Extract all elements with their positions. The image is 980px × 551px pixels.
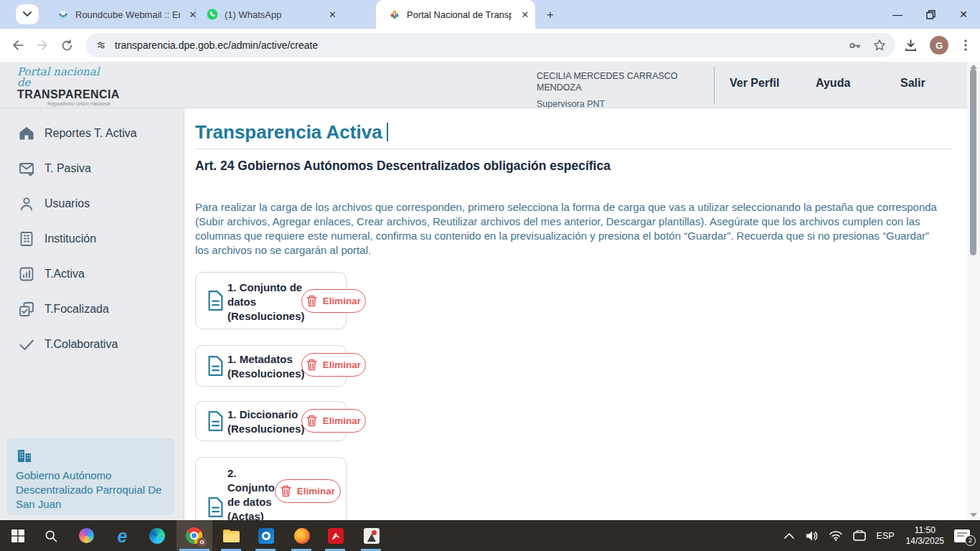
back-icon <box>11 38 25 52</box>
back-button[interactable] <box>6 33 30 57</box>
eliminar-button[interactable]: Eliminar <box>301 353 366 377</box>
tab-whatsapp[interactable]: (1) WhatsApp ✕ <box>207 0 359 29</box>
user-role: Supervisora PNT <box>537 99 712 109</box>
file-card-label: 2. Conjunto de datos (Actas) <box>227 466 282 524</box>
sidebar-item-label: T.Focalizada <box>44 303 109 316</box>
tray-chevron-up-icon[interactable] <box>784 532 794 539</box>
edge-icon[interactable] <box>148 527 166 545</box>
outlook-icon[interactable] <box>257 527 275 545</box>
tab-roundcube[interactable]: Roundcube Webmail :: Entrada ✕ <box>57 0 198 29</box>
mail-check-icon <box>18 160 35 177</box>
wireless-display-icon[interactable] <box>852 530 867 542</box>
reload-button[interactable] <box>55 33 79 57</box>
sidebar-item-label: Usuarios <box>44 197 90 210</box>
java-app-icon[interactable] <box>362 527 380 545</box>
tab-close-icon[interactable]: ✕ <box>187 8 198 21</box>
sidebar-item-institucion[interactable]: Institución <box>0 225 184 253</box>
downloads-icon[interactable] <box>903 38 918 53</box>
sidebar-item-t-activa[interactable]: T.Activa <box>0 260 184 288</box>
system-tray: ESP 11:50 14/3/2025 2 <box>784 520 980 551</box>
desktop-screen: Roundcube Webmail :: Entrada ✕ (1) Whats… <box>0 0 980 551</box>
reload-icon <box>60 39 74 52</box>
address-bar[interactable]: transparencia.dpe.gob.ec/admin/active/cr… <box>86 33 895 57</box>
whatsapp-icon <box>207 9 218 20</box>
search-icon <box>44 529 58 543</box>
sidebar-item-t-focalizada[interactable]: T.Focalizada <box>0 295 184 324</box>
eliminar-label: Eliminar <box>297 486 335 496</box>
file-explorer-icon[interactable] <box>222 527 240 545</box>
acrobat-glyph <box>328 528 344 544</box>
sidebar-item-t-pasiva[interactable]: T. Pasiva <box>0 154 184 183</box>
trash-icon <box>306 295 317 307</box>
url-text[interactable]: transparencia.dpe.gob.ec/admin/active/cr… <box>115 39 842 51</box>
start-button[interactable] <box>9 527 27 545</box>
scroll-down-icon[interactable] <box>970 513 977 517</box>
acrobat-icon[interactable] <box>326 527 344 545</box>
eliminar-button[interactable]: Eliminar <box>275 479 341 503</box>
site-logo[interactable]: Portal nacional de TRANSPARENCIA Reposit… <box>17 67 110 107</box>
sidebar-item-label: T.Colaborativa <box>44 338 118 351</box>
internet-explorer-icon[interactable]: e <box>113 527 131 545</box>
bookmark-star-icon[interactable] <box>872 38 887 52</box>
wifi-icon[interactable] <box>829 530 843 541</box>
sidebar-item-label: T.Activa <box>44 268 85 281</box>
language-indicator[interactable]: ESP <box>877 531 895 541</box>
eliminar-button[interactable]: Eliminar <box>301 289 366 313</box>
sidebar-item-reportes-t-activa[interactable]: Reportes T. Activa <box>0 119 184 148</box>
tab-separator <box>195 9 196 20</box>
document-icon <box>206 355 225 377</box>
volume-icon[interactable] <box>806 530 819 542</box>
document-icon <box>206 496 225 518</box>
portal-icon <box>389 9 400 20</box>
tab-close-icon[interactable]: ✕ <box>326 8 339 21</box>
tab-portal-active[interactable]: Portal Nacional de Transparenci ✕ <box>376 0 535 29</box>
instructions-text: Para realizar la carga de los archivos q… <box>195 200 943 258</box>
file-card-label: 1. Diccionario (Resoluciones) <box>227 408 312 436</box>
clock-time: 11:50 <box>906 525 944 536</box>
taskbar-search-button[interactable] <box>42 527 60 545</box>
scrollbar-thumb[interactable] <box>970 69 976 255</box>
header-divider <box>714 67 715 104</box>
roundcube-icon <box>57 9 69 20</box>
menu-kebab-icon[interactable] <box>960 39 971 52</box>
eliminar-button[interactable]: Eliminar <box>301 409 366 433</box>
minimize-button[interactable]: — <box>881 0 914 29</box>
page-scrollbar[interactable] <box>967 62 980 520</box>
action-center-button[interactable]: 2 <box>954 529 970 542</box>
sidebar-item-label: Reportes T. Activa <box>44 127 137 140</box>
trash-icon <box>281 485 291 497</box>
password-key-icon[interactable] <box>847 38 862 53</box>
forward-button[interactable] <box>30 33 55 57</box>
main-content: Transparencia Activa Art. 24 Gobiernos A… <box>184 108 967 520</box>
nav-ayuda[interactable]: Ayuda <box>816 77 850 90</box>
chevron-down-icon <box>23 11 32 17</box>
text-cursor <box>387 123 388 141</box>
nav-salir[interactable]: Salir <box>900 77 925 90</box>
java-glyph <box>364 528 380 544</box>
browser-tab-strip: Roundcube Webmail :: Entrada ✕ (1) Whats… <box>0 0 980 29</box>
sidebar-item-t-colaborativa[interactable]: T.Colaborativa <box>0 330 184 359</box>
nav-ver-perfil[interactable]: Ver Perfil <box>730 77 779 90</box>
clock[interactable]: 11:50 14/3/2025 <box>906 525 944 547</box>
browser-toolbar: transparencia.dpe.gob.ec/admin/active/cr… <box>0 29 980 62</box>
check-icon <box>18 336 35 353</box>
chrome-icon[interactable]: G <box>185 527 203 545</box>
restore-button[interactable] <box>914 0 947 29</box>
chrome-profile-badge: G <box>197 537 207 547</box>
tab-search-button[interactable] <box>16 4 39 24</box>
home-icon <box>18 125 35 142</box>
organization-building-icon <box>16 447 33 464</box>
close-button[interactable]: ✕ <box>947 0 980 29</box>
firefox-icon[interactable] <box>293 527 311 545</box>
trash-icon <box>306 359 317 371</box>
sidebar-item-usuarios[interactable]: Usuarios <box>0 189 184 218</box>
new-tab-button[interactable]: + <box>542 6 559 24</box>
eliminar-label: Eliminar <box>323 415 361 426</box>
notification-badge: 2 <box>965 535 976 546</box>
document-icon <box>206 290 225 311</box>
profile-avatar[interactable]: G <box>930 36 948 55</box>
sidebar-organization-card[interactable]: Gobierno Autónomo Descentralizado Parroq… <box>7 438 174 515</box>
tab-close-icon[interactable]: ✕ <box>519 8 532 21</box>
folder-glyph <box>223 529 240 542</box>
copilot-icon[interactable] <box>77 527 95 545</box>
